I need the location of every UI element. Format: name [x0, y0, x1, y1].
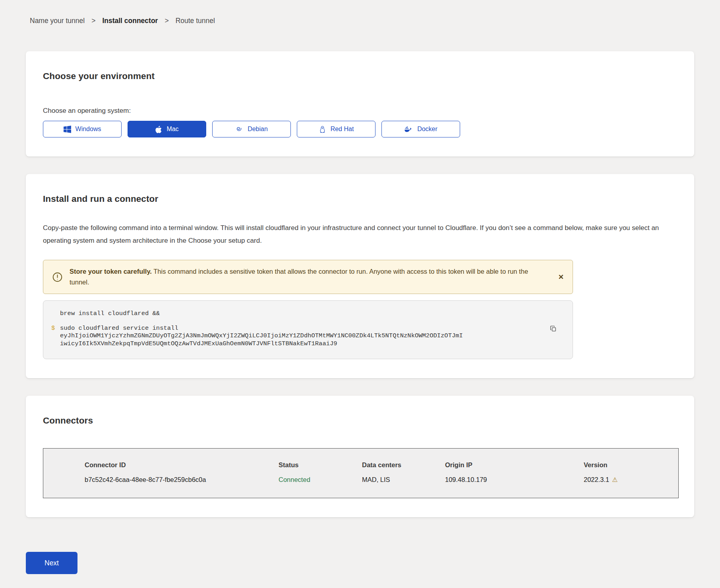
cell-status: Connected	[279, 476, 362, 484]
command-text-with-token: sudo cloudflared service install eyJhIjo…	[60, 325, 464, 348]
environment-card-title: Choose your environment	[43, 71, 677, 81]
install-connector-card: Install and run a connector Copy-paste t…	[26, 174, 694, 378]
breadcrumb-route-tunnel[interactable]: Route tunnel	[176, 17, 215, 25]
warning-message: Store your token carefully. This command…	[70, 266, 545, 288]
install-command-code-block: brew install cloudflared && $ sudo cloud…	[43, 300, 573, 359]
breadcrumb-separator-icon: >	[165, 17, 168, 25]
page: Name your tunnel > Install connector > R…	[0, 0, 720, 588]
connectors-card: Connectors Connector ID Status Data cent…	[26, 396, 694, 517]
warning-close-button[interactable]: ✕	[557, 272, 565, 282]
os-button-windows[interactable]: Windows	[43, 121, 122, 137]
os-select-label: Choose an operating system:	[43, 107, 677, 115]
cell-version: 2022.3.1⚠	[584, 476, 678, 484]
os-button-docker[interactable]: Docker	[381, 121, 460, 137]
cell-connector-id: b7c52c42-6caa-48ee-8c77-fbe259cb6c0a	[85, 476, 279, 484]
code-line: $ sudo cloudflared service install eyJhI…	[48, 325, 537, 348]
choose-environment-card: Choose your environment Choose an operat…	[26, 51, 694, 157]
warning-message-bold: Store your token carefully.	[70, 268, 152, 275]
os-button-label: Docker	[417, 126, 437, 133]
code-line: brew install cloudflared &&	[48, 310, 537, 318]
os-button-label: Windows	[75, 126, 101, 133]
breadcrumb-separator-icon: >	[91, 17, 95, 25]
os-button-group: Windows Mac Debian	[43, 121, 677, 137]
header-version: Version	[584, 461, 678, 469]
breadcrumb-name-your-tunnel[interactable]: Name your tunnel	[30, 17, 85, 25]
version-number: 2022.3.1	[584, 476, 609, 483]
os-button-label: Debian	[248, 126, 268, 133]
breadcrumb-install-connector[interactable]: Install connector	[102, 17, 158, 25]
shell-prompt	[48, 310, 60, 318]
next-button[interactable]: Next	[26, 552, 77, 574]
install-description: Copy-paste the following command into a …	[43, 222, 677, 247]
copy-command-button[interactable]	[549, 325, 557, 334]
shell-prompt: $	[48, 325, 60, 348]
docker-whale-icon	[404, 126, 413, 133]
header-connector-id: Connector ID	[85, 461, 279, 469]
header-origin-ip: Origin IP	[445, 461, 584, 469]
command-text: brew install cloudflared &&	[60, 310, 160, 318]
connectors-table-row: b7c52c42-6caa-48ee-8c77-fbe259cb6c0a Con…	[85, 476, 678, 484]
token-warning-banner: Store your token carefully. This command…	[43, 260, 573, 294]
windows-logo-icon	[64, 126, 71, 133]
connectors-table: Connector ID Status Data centers Origin …	[43, 448, 679, 498]
apple-logo-icon	[155, 125, 162, 133]
cell-data-centers: MAD, LIS	[362, 476, 445, 484]
copy-icon	[550, 325, 557, 333]
os-button-label: Red Hat	[331, 126, 354, 133]
version-warning-triangle-icon: ⚠	[612, 476, 617, 483]
connectors-card-title: Connectors	[43, 416, 677, 426]
tux-penguin-icon	[319, 125, 326, 133]
cell-origin-ip: 109.48.10.179	[445, 476, 584, 484]
install-card-title: Install and run a connector	[43, 194, 677, 204]
header-status: Status	[279, 461, 362, 469]
debian-swirl-icon	[235, 125, 243, 133]
os-button-debian[interactable]: Debian	[212, 121, 291, 137]
os-button-label: Mac	[166, 126, 178, 133]
os-button-redhat[interactable]: Red Hat	[297, 121, 375, 137]
os-button-mac[interactable]: Mac	[128, 121, 206, 137]
warning-circle-icon	[52, 272, 63, 282]
breadcrumb: Name your tunnel > Install connector > R…	[26, 17, 694, 25]
close-icon: ✕	[558, 273, 564, 281]
connectors-table-header-row: Connector ID Status Data centers Origin …	[85, 461, 678, 469]
header-data-centers: Data centers	[362, 461, 445, 469]
